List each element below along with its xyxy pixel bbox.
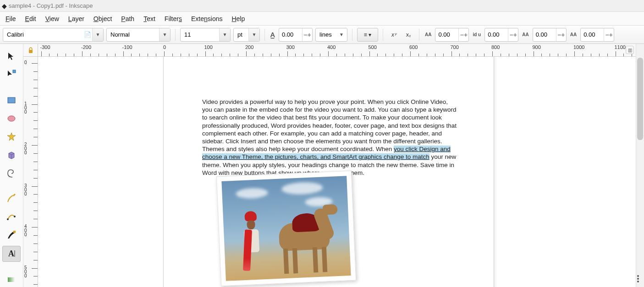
stepper-icon[interactable]: −+ <box>556 28 566 41</box>
line-height-icon: A̲ <box>270 31 276 38</box>
pencil-tool[interactable] <box>2 191 21 206</box>
kerning-icon: AA <box>521 32 529 37</box>
letter-spacing-icon: AA <box>424 32 432 37</box>
spiral-tool[interactable] <box>2 166 21 181</box>
svg-rect-9 <box>29 50 33 53</box>
3dbox-tool[interactable] <box>2 147 21 163</box>
font-size-value: 11 <box>181 31 219 38</box>
rotation-input[interactable]: 0.00 −+ <box>580 28 614 42</box>
font-family-combo[interactable]: Calibri 📄 ▼ <box>3 28 104 42</box>
node-tool[interactable] <box>2 67 21 82</box>
photo-person <box>237 211 267 276</box>
menu-extensions[interactable]: Extensions <box>187 13 226 24</box>
document-paragraph[interactable]: Video provides a powerful way to help yo… <box>202 98 458 177</box>
stepper-icon[interactable]: −+ <box>458 28 468 41</box>
menu-help[interactable]: Help <box>228 13 248 24</box>
word-spacing-input[interactable]: 0.00 −+ <box>484 28 518 42</box>
font-unit-combo[interactable]: pt ▼ <box>233 28 260 42</box>
line-mode-value: lines <box>316 31 336 38</box>
menu-file[interactable]: File <box>2 13 20 24</box>
superscript-button[interactable]: xʸ <box>388 28 400 42</box>
chevron-down-icon[interactable]: ▼ <box>92 28 103 41</box>
display-options-button[interactable]: ▥ <box>626 46 634 54</box>
separator <box>264 29 265 41</box>
menu-edit[interactable]: Edit <box>22 13 40 24</box>
photo-camel <box>273 203 345 274</box>
ruler-vertical[interactable]: 01 0 02 0 03 0 04 0 05 0 0 <box>23 57 38 287</box>
svg-text:A: A <box>8 249 14 258</box>
doc-text-before: Video provides a powerful way to help yo… <box>202 98 457 152</box>
scrollbar-thumb[interactable] <box>637 58 643 140</box>
separator <box>419 29 419 41</box>
line-height-unit-combo[interactable]: lines ▼ <box>315 28 347 42</box>
text-tool[interactable]: A <box>2 246 21 261</box>
selector-tool[interactable] <box>2 49 21 64</box>
ruler-origin-lock[interactable] <box>23 44 38 57</box>
bezier-tool[interactable] <box>2 209 21 225</box>
window-title: sample4 - Copy1.pdf - Inkscape <box>9 2 93 9</box>
ruler-horizontal[interactable]: -300-200-1000100200300400500600700800900… <box>38 44 636 57</box>
menu-bar: File Edit View Layer Object Path Text Fi… <box>0 12 644 26</box>
menu-layer[interactable]: Layer <box>65 13 88 24</box>
canvas[interactable]: Video provides a powerful way to help yo… <box>38 57 636 287</box>
toolbox: A <box>0 44 23 287</box>
line-height-value: 0.00 <box>279 31 302 38</box>
svg-rect-8 <box>8 277 15 282</box>
word-spacing-icon: id u <box>472 32 482 37</box>
chevron-down-icon[interactable]: ▼ <box>336 28 347 41</box>
font-family-value: Calibri <box>3 31 83 38</box>
separator <box>383 29 383 41</box>
star-tool[interactable] <box>2 129 21 145</box>
separator <box>352 29 352 41</box>
stepper-icon[interactable]: −+ <box>604 28 614 41</box>
letter-spacing-value: 0.00 <box>435 31 458 38</box>
kerning-input[interactable]: 0.00 −+ <box>533 28 567 42</box>
text-align-button[interactable]: ≡ ▾ <box>357 28 378 42</box>
rectangle-tool[interactable] <box>2 92 21 108</box>
menu-path[interactable]: Path <box>117 13 138 24</box>
svg-rect-5 <box>13 231 16 233</box>
chevron-down-icon[interactable]: ▼ <box>248 28 259 41</box>
subscript-button[interactable]: xᵧ <box>402 28 414 42</box>
text-tool-options-bar: Calibri 📄 ▼ Normal ▼ 11 ▼ pt ▼ A̲ 0.00 −… <box>0 26 644 44</box>
ellipse-tool[interactable] <box>2 111 21 126</box>
font-style-combo[interactable]: Normal ▼ <box>106 28 171 42</box>
vertical-scrollbar[interactable] <box>636 44 644 287</box>
font-style-value: Normal <box>107 31 159 38</box>
svg-rect-1 <box>8 97 15 103</box>
window-titlebar: ◆ sample4 - Copy1.pdf - Inkscape <box>0 0 644 12</box>
font-size-combo[interactable]: 11 ▼ <box>180 28 231 42</box>
svg-rect-0 <box>13 70 16 73</box>
kerning-value: 0.00 <box>533 31 556 38</box>
menu-object[interactable]: Object <box>90 13 116 24</box>
rotation-value: 0.00 <box>581 31 604 38</box>
svg-point-3 <box>7 218 9 220</box>
svg-point-4 <box>14 216 16 217</box>
letter-spacing-input[interactable]: 0.00 −+ <box>435 28 469 42</box>
chevron-down-icon[interactable]: ▼ <box>159 28 170 41</box>
gradient-tool[interactable] <box>2 271 21 287</box>
svg-point-2 <box>8 116 15 121</box>
app-logo-icon: ◆ <box>2 2 7 10</box>
separator <box>175 29 176 41</box>
calligraphy-tool[interactable] <box>2 227 21 243</box>
photo-content <box>221 176 351 281</box>
font-unit-value: pt <box>234 31 248 38</box>
menu-text[interactable]: Text <box>140 13 159 24</box>
document-page: Video provides a powerful way to help yo… <box>164 57 494 287</box>
menu-view[interactable]: View <box>42 13 63 24</box>
stepper-icon[interactable]: −+ <box>508 28 518 41</box>
word-spacing-value: 0.00 <box>485 31 508 38</box>
more-options-icon[interactable] <box>637 275 643 282</box>
font-preview-icon: 📄 <box>83 31 92 38</box>
rotation-icon: AA <box>569 32 578 37</box>
menu-filters[interactable]: Filters <box>161 13 186 24</box>
line-height-input[interactable]: 0.00 −+ <box>279 28 313 42</box>
stepper-icon[interactable]: −+ <box>302 28 312 41</box>
chevron-down-icon[interactable]: ▼ <box>219 28 230 41</box>
document-image[interactable] <box>216 171 356 287</box>
